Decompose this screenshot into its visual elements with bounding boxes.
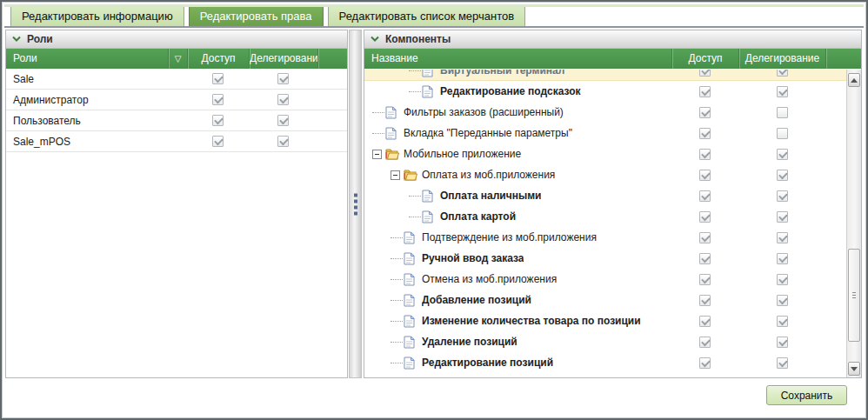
tree-connector-line <box>409 217 421 217</box>
components-panel: Компоненты Название Доступ Делегирование <box>364 30 862 378</box>
delegation-checkbox[interactable] <box>777 170 788 181</box>
scrollbar-thumb[interactable] <box>848 249 860 342</box>
scroll-down-button[interactable] <box>848 362 860 376</box>
access-checkbox[interactable] <box>699 149 711 160</box>
tab-bar: Редактировать информацию Редактировать п… <box>4 4 864 28</box>
component-label: Удаление позиций <box>422 336 517 348</box>
filter-icon[interactable]: ▽ <box>168 49 187 69</box>
splitter-grip-icon <box>354 193 357 215</box>
roles-table-header: Роли ▽ Доступ Делегирование <box>6 49 347 69</box>
access-checkbox[interactable] <box>212 73 224 84</box>
access-checkbox[interactable] <box>212 94 224 105</box>
panel-splitter[interactable] <box>349 30 362 378</box>
delegation-checkbox[interactable] <box>777 253 788 264</box>
delegation-checkbox[interactable] <box>777 357 788 369</box>
components-panel-header[interactable]: Компоненты <box>364 30 861 49</box>
component-tree-row[interactable]: Виртуальный терминал <box>364 70 846 81</box>
tree-connector-line <box>372 112 384 113</box>
tree-collapse-toggle-icon[interactable] <box>391 170 400 180</box>
access-checkbox[interactable] <box>699 253 711 264</box>
component-tree-row[interactable]: Удаление позиций <box>364 331 846 352</box>
component-tree-row[interactable]: Оплата картой <box>364 206 846 227</box>
access-checkbox[interactable] <box>699 128 711 139</box>
component-tree-row[interactable]: Редактирование подсказок <box>364 81 846 102</box>
access-checkbox[interactable] <box>699 295 711 306</box>
component-label: Мобильное приложение <box>404 148 521 160</box>
tree-connector-line <box>391 300 403 301</box>
delegation-checkbox[interactable] <box>277 94 289 105</box>
access-checkbox[interactable] <box>699 107 711 118</box>
roles-col-access[interactable]: Доступ <box>187 49 249 69</box>
delegation-checkbox[interactable] <box>777 107 788 118</box>
component-tree-row[interactable]: Добавление позиций <box>364 290 846 310</box>
access-checkbox[interactable] <box>699 70 711 77</box>
tree-connector-line <box>391 258 403 259</box>
document-icon <box>422 70 436 77</box>
component-label: Редактирование подсказок <box>440 85 581 97</box>
roles-col-name[interactable]: Роли <box>6 49 168 69</box>
component-label: Вкладка "Переданные параметры" <box>404 127 572 139</box>
delegation-checkbox[interactable] <box>277 73 289 84</box>
save-button[interactable]: Сохранить <box>766 385 847 405</box>
component-tree-row[interactable]: Подтверждение из моб.приложения <box>364 227 846 248</box>
delegation-checkbox[interactable] <box>777 274 788 285</box>
access-checkbox[interactable] <box>699 337 711 348</box>
document-icon <box>385 127 399 140</box>
access-checkbox[interactable] <box>212 136 224 147</box>
tree-connector-line <box>391 237 403 238</box>
access-checkbox[interactable] <box>699 170 711 181</box>
component-tree-row[interactable]: Редактирование позиций <box>364 352 846 373</box>
delegation-checkbox[interactable] <box>777 86 788 97</box>
component-tree-row[interactable]: Ручной ввод заказа <box>364 248 846 269</box>
component-tree-row[interactable]: Оплата из моб.приложения <box>364 164 846 185</box>
components-col-access[interactable]: Доступ <box>671 49 738 69</box>
collapse-chevron-icon[interactable] <box>371 36 379 43</box>
delegation-checkbox[interactable] <box>777 128 788 139</box>
role-table-row[interactable]: Администратор <box>6 90 347 110</box>
scroll-up-button[interactable] <box>848 73 860 87</box>
access-checkbox[interactable] <box>699 316 711 327</box>
tab-edit-info[interactable]: Редактировать информацию <box>10 6 184 26</box>
access-checkbox[interactable] <box>699 357 711 369</box>
component-tree-row[interactable]: Мобильное приложение <box>364 143 846 164</box>
tab-edit-rights[interactable]: Редактировать права <box>189 6 324 26</box>
component-tree-row[interactable]: Вкладка "Переданные параметры" <box>364 123 846 143</box>
role-table-row[interactable]: Sale_mPOS <box>6 131 347 152</box>
tab-edit-merchant-list[interactable]: Редактировать список мерчантов <box>328 6 526 26</box>
delegation-checkbox[interactable] <box>777 316 788 327</box>
access-checkbox[interactable] <box>699 211 711 223</box>
role-name: Sale_mPOS <box>6 136 168 148</box>
access-checkbox[interactable] <box>699 190 711 202</box>
tree-collapse-toggle-icon[interactable] <box>372 150 382 159</box>
delegation-checkbox[interactable] <box>777 211 788 223</box>
delegation-checkbox[interactable] <box>777 232 788 243</box>
delegation-checkbox[interactable] <box>777 149 788 160</box>
delegation-checkbox[interactable] <box>777 70 788 77</box>
roles-col-delegation[interactable]: Делегирование <box>249 49 317 69</box>
delegation-checkbox[interactable] <box>777 337 788 348</box>
document-icon <box>404 231 417 244</box>
access-checkbox[interactable] <box>699 232 711 243</box>
component-tree-row[interactable]: Оплата наличными <box>364 185 846 206</box>
roles-panel: Роли Роли ▽ Доступ Делегирование Sale Ад… <box>5 30 348 378</box>
components-col-filler <box>825 49 861 69</box>
access-checkbox[interactable] <box>699 274 711 285</box>
vertical-scrollbar[interactable] <box>846 70 861 377</box>
role-table-row[interactable]: Sale <box>6 69 347 90</box>
component-tree-row[interactable]: Вкладки детализации операции (расширенны… <box>364 373 846 377</box>
thumb-grip-icon <box>852 292 856 298</box>
access-checkbox[interactable] <box>212 115 224 126</box>
access-checkbox[interactable] <box>699 86 711 97</box>
components-col-name[interactable]: Название <box>364 49 671 69</box>
components-col-delegation[interactable]: Делегирование <box>738 49 825 69</box>
delegation-checkbox[interactable] <box>277 136 289 147</box>
delegation-checkbox[interactable] <box>277 115 289 126</box>
component-tree-row[interactable]: Фильтры заказов (расширенный) <box>364 102 846 123</box>
delegation-checkbox[interactable] <box>777 295 788 306</box>
roles-panel-header[interactable]: Роли <box>6 30 347 49</box>
component-tree-row[interactable]: Изменение количества товара по позиции <box>364 310 846 331</box>
delegation-checkbox[interactable] <box>777 190 788 202</box>
component-tree-row[interactable]: Отмена из моб.приложения <box>364 269 846 290</box>
role-table-row[interactable]: Пользователь <box>6 110 347 131</box>
collapse-chevron-icon[interactable] <box>12 36 21 43</box>
